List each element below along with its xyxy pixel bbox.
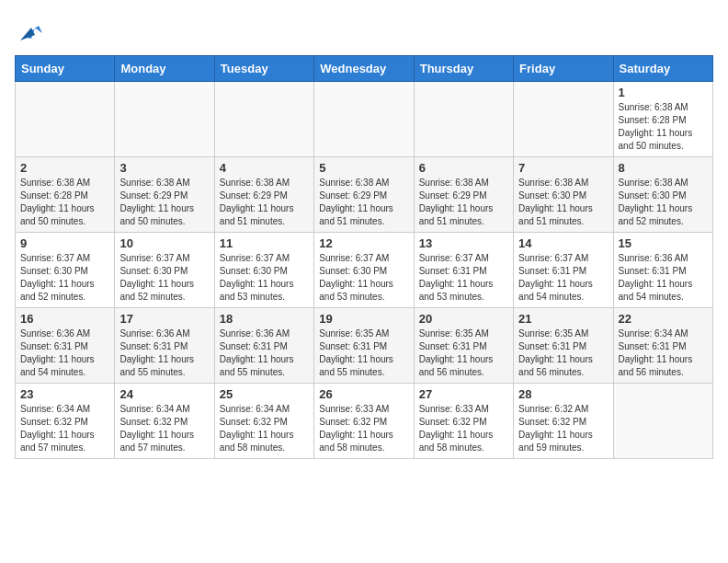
day-number: 3 xyxy=(119,161,209,175)
day-number: 26 xyxy=(319,387,408,401)
day-info: Sunrise: 6:36 AM Sunset: 6:31 PM Dayligh… xyxy=(20,327,109,379)
day-number: 22 xyxy=(619,312,708,326)
day-info: Sunrise: 6:38 AM Sunset: 6:30 PM Dayligh… xyxy=(619,177,708,228)
day-info: Sunrise: 6:32 AM Sunset: 6:32 PM Dayligh… xyxy=(518,403,608,454)
day-info: Sunrise: 6:38 AM Sunset: 6:30 PM Dayligh… xyxy=(518,177,608,228)
day-number: 7 xyxy=(518,161,608,175)
calendar-day-header: Tuesday xyxy=(214,56,313,82)
day-number: 5 xyxy=(319,161,408,175)
page-header xyxy=(15,15,713,44)
calendar-day-cell: 2Sunrise: 6:38 AM Sunset: 6:28 PM Daylig… xyxy=(16,157,115,233)
calendar-day-cell: 16Sunrise: 6:36 AM Sunset: 6:31 PM Dayli… xyxy=(16,308,115,384)
calendar-day-cell: 5Sunrise: 6:38 AM Sunset: 6:29 PM Daylig… xyxy=(314,157,414,233)
calendar-day-cell: 15Sunrise: 6:36 AM Sunset: 6:31 PM Dayli… xyxy=(613,233,712,308)
day-info: Sunrise: 6:38 AM Sunset: 6:29 PM Dayligh… xyxy=(119,177,209,228)
day-info: Sunrise: 6:34 AM Sunset: 6:32 PM Dayligh… xyxy=(119,403,209,454)
day-info: Sunrise: 6:37 AM Sunset: 6:30 PM Dayligh… xyxy=(220,252,309,304)
day-number: 10 xyxy=(119,236,209,250)
calendar-day-header: Saturday xyxy=(613,56,712,82)
day-info: Sunrise: 6:34 AM Sunset: 6:31 PM Dayligh… xyxy=(619,327,708,379)
calendar-day-cell: 27Sunrise: 6:33 AM Sunset: 6:32 PM Dayli… xyxy=(414,384,513,459)
day-info: Sunrise: 6:38 AM Sunset: 6:29 PM Dayligh… xyxy=(419,177,508,228)
calendar-day-cell xyxy=(214,82,313,157)
day-number: 20 xyxy=(419,312,508,326)
day-info: Sunrise: 6:38 AM Sunset: 6:29 PM Dayligh… xyxy=(319,177,408,228)
calendar-header-row: SundayMondayTuesdayWednesdayThursdayFrid… xyxy=(16,56,713,82)
day-info: Sunrise: 6:37 AM Sunset: 6:30 PM Dayligh… xyxy=(319,252,408,304)
day-info: Sunrise: 6:35 AM Sunset: 6:31 PM Dayligh… xyxy=(419,327,508,379)
calendar-day-cell: 14Sunrise: 6:37 AM Sunset: 6:31 PM Dayli… xyxy=(514,233,613,308)
calendar-day-cell: 17Sunrise: 6:36 AM Sunset: 6:31 PM Dayli… xyxy=(115,308,214,384)
day-info: Sunrise: 6:34 AM Sunset: 6:32 PM Dayligh… xyxy=(220,403,309,454)
day-number: 6 xyxy=(419,161,508,175)
calendar-day-cell: 4Sunrise: 6:38 AM Sunset: 6:29 PM Daylig… xyxy=(214,157,313,233)
day-number: 17 xyxy=(119,312,209,326)
day-info: Sunrise: 6:38 AM Sunset: 6:29 PM Dayligh… xyxy=(220,177,309,228)
day-info: Sunrise: 6:37 AM Sunset: 6:31 PM Dayligh… xyxy=(419,252,508,304)
logo-icon xyxy=(17,15,46,44)
calendar-day-cell: 1Sunrise: 6:38 AM Sunset: 6:28 PM Daylig… xyxy=(613,82,712,157)
day-number: 8 xyxy=(619,161,708,175)
calendar-day-cell: 26Sunrise: 6:33 AM Sunset: 6:32 PM Dayli… xyxy=(314,384,414,459)
calendar-day-cell: 21Sunrise: 6:35 AM Sunset: 6:31 PM Dayli… xyxy=(514,308,613,384)
day-number: 14 xyxy=(518,236,608,250)
calendar-day-cell: 6Sunrise: 6:38 AM Sunset: 6:29 PM Daylig… xyxy=(414,157,513,233)
day-number: 28 xyxy=(518,387,608,401)
calendar-day-cell: 23Sunrise: 6:34 AM Sunset: 6:32 PM Dayli… xyxy=(16,384,115,459)
day-info: Sunrise: 6:36 AM Sunset: 6:31 PM Dayligh… xyxy=(619,252,708,304)
calendar-day-cell: 9Sunrise: 6:37 AM Sunset: 6:30 PM Daylig… xyxy=(16,233,115,308)
day-info: Sunrise: 6:33 AM Sunset: 6:32 PM Dayligh… xyxy=(319,403,408,454)
day-info: Sunrise: 6:37 AM Sunset: 6:30 PM Dayligh… xyxy=(119,252,209,304)
calendar-day-cell: 19Sunrise: 6:35 AM Sunset: 6:31 PM Dayli… xyxy=(314,308,414,384)
day-info: Sunrise: 6:38 AM Sunset: 6:28 PM Dayligh… xyxy=(619,101,708,153)
day-info: Sunrise: 6:36 AM Sunset: 6:31 PM Dayligh… xyxy=(220,327,309,379)
day-info: Sunrise: 6:35 AM Sunset: 6:31 PM Dayligh… xyxy=(319,327,408,379)
day-number: 16 xyxy=(20,312,109,326)
day-info: Sunrise: 6:34 AM Sunset: 6:32 PM Dayligh… xyxy=(20,403,109,454)
calendar-day-cell: 20Sunrise: 6:35 AM Sunset: 6:31 PM Dayli… xyxy=(414,308,513,384)
calendar-day-cell: 18Sunrise: 6:36 AM Sunset: 6:31 PM Dayli… xyxy=(214,308,313,384)
day-info: Sunrise: 6:36 AM Sunset: 6:31 PM Dayligh… xyxy=(119,327,209,379)
calendar-day-header: Monday xyxy=(115,56,214,82)
day-number: 21 xyxy=(518,312,608,326)
calendar-week-row: 1Sunrise: 6:38 AM Sunset: 6:28 PM Daylig… xyxy=(16,82,713,157)
day-number: 24 xyxy=(119,387,209,401)
calendar-day-header: Thursday xyxy=(414,56,513,82)
day-number: 1 xyxy=(619,86,708,99)
calendar-day-cell xyxy=(414,82,513,157)
day-number: 27 xyxy=(419,387,508,401)
day-number: 4 xyxy=(220,161,309,175)
calendar-day-cell: 3Sunrise: 6:38 AM Sunset: 6:29 PM Daylig… xyxy=(115,157,214,233)
calendar-day-cell: 13Sunrise: 6:37 AM Sunset: 6:31 PM Dayli… xyxy=(414,233,513,308)
day-number: 25 xyxy=(220,387,309,401)
logo xyxy=(15,15,46,44)
day-info: Sunrise: 6:37 AM Sunset: 6:30 PM Dayligh… xyxy=(20,252,109,304)
calendar-day-cell: 25Sunrise: 6:34 AM Sunset: 6:32 PM Dayli… xyxy=(214,384,313,459)
day-number: 23 xyxy=(20,387,109,401)
calendar-week-row: 23Sunrise: 6:34 AM Sunset: 6:32 PM Dayli… xyxy=(16,384,713,459)
day-number: 19 xyxy=(319,312,408,326)
calendar-day-cell: 28Sunrise: 6:32 AM Sunset: 6:32 PM Dayli… xyxy=(514,384,613,459)
calendar-day-cell xyxy=(613,384,712,459)
day-info: Sunrise: 6:38 AM Sunset: 6:28 PM Dayligh… xyxy=(20,177,109,228)
day-number: 9 xyxy=(20,236,109,250)
day-number: 13 xyxy=(419,236,508,250)
calendar-week-row: 2Sunrise: 6:38 AM Sunset: 6:28 PM Daylig… xyxy=(16,157,713,233)
day-number: 18 xyxy=(220,312,309,326)
calendar-day-cell xyxy=(514,82,613,157)
calendar-day-header: Wednesday xyxy=(314,56,414,82)
calendar-day-cell: 22Sunrise: 6:34 AM Sunset: 6:31 PM Dayli… xyxy=(613,308,712,384)
calendar-day-header: Friday xyxy=(514,56,613,82)
calendar-day-cell: 8Sunrise: 6:38 AM Sunset: 6:30 PM Daylig… xyxy=(613,157,712,233)
day-info: Sunrise: 6:37 AM Sunset: 6:31 PM Dayligh… xyxy=(518,252,608,304)
day-info: Sunrise: 6:33 AM Sunset: 6:32 PM Dayligh… xyxy=(419,403,508,454)
calendar-table: SundayMondayTuesdayWednesdayThursdayFrid… xyxy=(15,55,713,459)
calendar-day-cell: 24Sunrise: 6:34 AM Sunset: 6:32 PM Dayli… xyxy=(115,384,214,459)
calendar-day-cell xyxy=(314,82,414,157)
calendar-day-header: Sunday xyxy=(16,56,115,82)
calendar-day-cell: 12Sunrise: 6:37 AM Sunset: 6:30 PM Dayli… xyxy=(314,233,414,308)
calendar-week-row: 16Sunrise: 6:36 AM Sunset: 6:31 PM Dayli… xyxy=(16,308,713,384)
calendar-day-cell xyxy=(115,82,214,157)
calendar-day-cell: 7Sunrise: 6:38 AM Sunset: 6:30 PM Daylig… xyxy=(514,157,613,233)
day-number: 11 xyxy=(220,236,309,250)
